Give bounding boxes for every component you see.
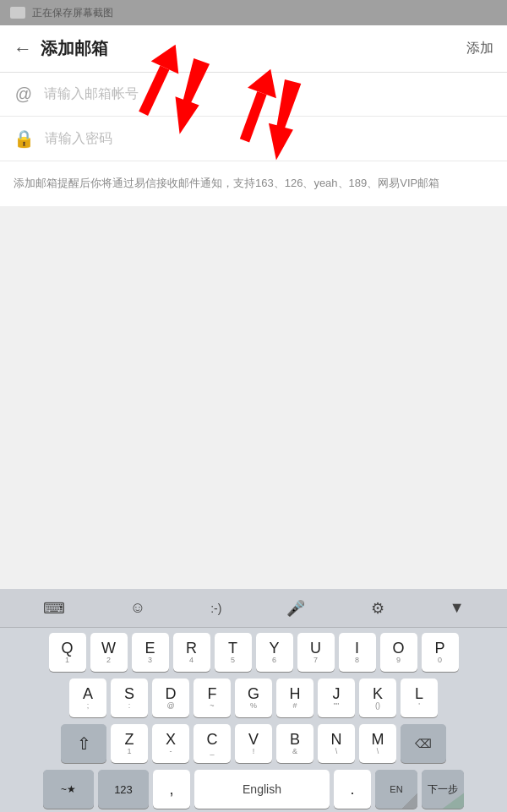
key-x[interactable]: X- (152, 724, 189, 763)
status-bar-icon (10, 7, 25, 19)
key-i[interactable]: I8 (339, 633, 376, 672)
numbers-key[interactable]: 123 (98, 770, 149, 809)
form-area: @ 请输入邮箱帐号 🔒 请输入密码 添加邮箱提醒后你将通过易信接收邮件通知，支持… (0, 73, 507, 206)
key-d[interactable]: D@ (152, 678, 189, 717)
svg-marker-6 (440, 792, 464, 809)
space-key[interactable]: English (194, 770, 330, 809)
email-input-row[interactable]: @ 请输入邮箱帐号 (0, 73, 507, 117)
key-w[interactable]: W2 (90, 633, 128, 672)
key-g[interactable]: G% (235, 678, 272, 717)
keyboard-rows: Q1 W2 E3 R4 T5 Y6 U7 I8 O9 P0 A; S: D@ F… (0, 628, 507, 812)
key-s[interactable]: S: (111, 678, 148, 717)
comma-label: , (169, 782, 173, 797)
key-row-1: Q1 W2 E3 R4 T5 Y6 U7 I8 O9 P0 (3, 633, 504, 672)
key-row-3: ⇧ Z1 X- C_ V! B& N\ M\ ⌫ (3, 724, 504, 763)
key-k[interactable]: K() (359, 678, 396, 717)
key-m[interactable]: M\ (359, 724, 396, 763)
key-b[interactable]: B& (276, 724, 313, 763)
special-char-label: ~★ (61, 783, 76, 795)
password-placeholder: 请输入密码 (45, 130, 493, 148)
keyboard: ⌨ ☺ :-) 🎤 ⚙ ▼ Q1 W2 E3 R4 T5 Y6 U7 I8 O9… (0, 589, 507, 812)
key-e[interactable]: E3 (132, 633, 169, 672)
key-c[interactable]: C_ (194, 724, 231, 763)
comma-key[interactable]: , (153, 770, 190, 809)
key-j[interactable]: J"" (318, 678, 355, 717)
emoji-icon[interactable]: ☺ (123, 596, 152, 620)
key-p[interactable]: P0 (422, 633, 459, 672)
password-input-row[interactable]: 🔒 请输入密码 (0, 117, 507, 161)
space-label: English (243, 782, 281, 796)
key-y[interactable]: Y6 (256, 633, 293, 672)
key-f[interactable]: F~ (194, 678, 231, 717)
key-row-2: A; S: D@ F~ G% H# J"" K() L' (3, 678, 504, 717)
status-bar-text: 正在保存屏幕截图 (32, 6, 113, 20)
key-r[interactable]: R4 (173, 633, 210, 672)
add-button[interactable]: 添加 (466, 40, 493, 57)
key-v[interactable]: V! (235, 724, 272, 763)
info-text: 添加邮箱提醒后你将通过易信接收邮件通知，支持163、126、yeah、189、网… (0, 161, 507, 206)
key-row-4: ~★ 123 , English . EN 下一步 (3, 770, 504, 809)
header: ← 添加邮箱 添加 (0, 25, 507, 73)
key-z[interactable]: Z1 (111, 724, 148, 763)
keyboard-icon[interactable]: ⌨ (36, 596, 72, 621)
period-key[interactable]: . (334, 770, 371, 809)
key-u[interactable]: U7 (297, 633, 335, 672)
settings-icon[interactable]: ⚙ (364, 596, 391, 621)
key-o[interactable]: O9 (380, 633, 417, 672)
numbers-label: 123 (114, 783, 133, 796)
email-icon: @ (14, 84, 34, 104)
arrow-down-icon[interactable]: ▼ (443, 596, 472, 620)
key-n[interactable]: N\ (318, 724, 355, 763)
backspace-key[interactable]: ⌫ (401, 724, 446, 763)
keyboard-toolbar: ⌨ ☺ :-) 🎤 ⚙ ▼ (0, 589, 507, 628)
key-a[interactable]: A; (69, 678, 106, 717)
key-h[interactable]: H# (276, 678, 313, 717)
mic-icon[interactable]: 🎤 (280, 596, 312, 621)
status-bar: 正在保存屏幕截图 (0, 0, 507, 25)
en-key[interactable]: EN (375, 770, 417, 809)
emoticon-icon[interactable]: :-) (204, 598, 228, 619)
backspace-icon: ⌫ (415, 737, 432, 750)
back-button[interactable]: ← (14, 38, 32, 60)
period-label: . (350, 782, 354, 797)
key-q[interactable]: Q1 (49, 633, 86, 672)
next-key[interactable]: 下一步 (422, 770, 464, 809)
shift-key[interactable]: ⇧ (61, 724, 106, 763)
lock-icon: 🔒 (14, 128, 35, 149)
special-char-key[interactable]: ~★ (43, 770, 94, 809)
email-placeholder: 请输入邮箱帐号 (44, 85, 493, 103)
key-l[interactable]: L' (401, 678, 438, 717)
page-title: 添加邮箱 (41, 37, 466, 60)
key-t[interactable]: T5 (215, 633, 252, 672)
